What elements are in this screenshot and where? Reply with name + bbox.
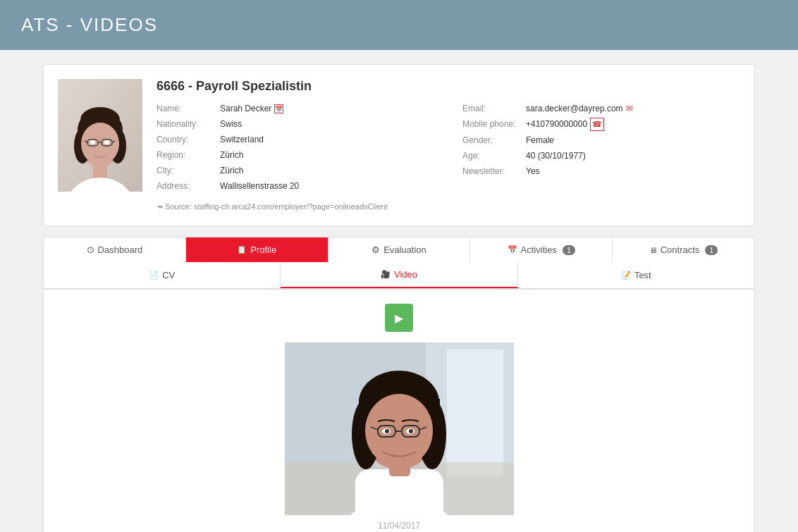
- age-row: Age: 40 (30/10/1977): [462, 149, 740, 162]
- nationality-value: Swiss: [220, 118, 242, 130]
- content-area: ▶: [43, 290, 755, 532]
- source-prefix: ↠ Source:: [156, 202, 192, 211]
- tab-contracts[interactable]: 🖥 Contracts 1: [613, 237, 754, 262]
- country-value: Switzerland: [220, 133, 264, 146]
- svg-point-16: [104, 140, 110, 144]
- video-icon: 🎥: [381, 270, 391, 279]
- tab-profile-label: Profile: [250, 245, 276, 255]
- cv-icon: 📄: [149, 271, 159, 280]
- app-title: ATS - VIDEOS: [21, 14, 158, 35]
- tab-test[interactable]: 📝 Test: [518, 262, 754, 288]
- address-label: Address:: [156, 180, 220, 192]
- info-col-left: Name: Sarah Decker 📅 Nationality: Swiss …: [156, 102, 434, 195]
- tab-video-label: Video: [394, 269, 417, 280]
- app-header: ATS - VIDEOS: [0, 0, 798, 50]
- tabs-primary: ⊙ Dashboard 📋 Profile ⚙ Evaluation 📅 Act…: [43, 237, 755, 262]
- mobile-value: +410790000000 ☎: [526, 118, 604, 131]
- activities-badge: 1: [563, 245, 575, 255]
- name-row: Name: Sarah Decker 📅: [156, 102, 434, 115]
- email-value: sara.decker@dayrep.com ✉: [526, 102, 633, 115]
- source-url: staffing-ch.arca24.com/employer/?page=on…: [194, 202, 388, 211]
- tab-cv-label: CV: [162, 270, 175, 280]
- name-label: Name:: [156, 102, 220, 115]
- name-value: Sarah Decker 📅: [220, 102, 283, 115]
- svg-point-15: [90, 140, 96, 144]
- phone-icon[interactable]: ☎: [590, 118, 604, 131]
- country-label: Country:: [156, 133, 220, 146]
- profile-card: 6666 - Payroll Spezialistin Name: Sarah …: [43, 64, 755, 226]
- tab-dashboard[interactable]: ⊙ Dashboard: [44, 237, 186, 262]
- region-row: Region: Zürich: [156, 149, 434, 161]
- email-row: Email: sara.decker@dayrep.com ✉: [462, 102, 740, 115]
- tab-cv[interactable]: 📄 CV: [44, 262, 281, 288]
- info-col-right: Email: sara.decker@dayrep.com ✉ Mobile p…: [462, 102, 740, 195]
- region-label: Region:: [156, 149, 220, 161]
- video-timestamp: 11/04/2017: [378, 521, 420, 531]
- mobile-row: Mobile phone: +410790000000 ☎: [462, 118, 740, 131]
- newsletter-row: Newsletter: Yes: [462, 165, 740, 178]
- mobile-label: Mobile phone:: [462, 118, 526, 131]
- nationality-label: Nationality:: [156, 118, 220, 130]
- profile-icon: 📋: [237, 245, 247, 254]
- age-label: Age:: [462, 149, 526, 162]
- country-row: Country: Switzerland: [156, 133, 434, 146]
- tab-profile[interactable]: 📋 Profile: [186, 237, 329, 262]
- address-value: Wallisellenstrasse 20: [220, 180, 299, 192]
- tab-activities-label: Activities: [521, 245, 557, 255]
- activities-icon: 📅: [508, 245, 517, 254]
- svg-rect-20: [447, 349, 503, 476]
- evaluation-icon: ⚙: [372, 245, 380, 255]
- tab-dashboard-label: Dashboard: [98, 245, 143, 255]
- dashboard-icon: ⊙: [87, 245, 94, 255]
- tab-evaluation-label: Evaluation: [383, 245, 426, 255]
- city-label: City:: [156, 164, 220, 177]
- profile-info: 6666 - Payroll Spezialistin Name: Sarah …: [156, 79, 740, 211]
- gender-label: Gender:: [462, 134, 526, 147]
- contracts-icon: 🖥: [649, 246, 657, 254]
- info-columns: Name: Sarah Decker 📅 Nationality: Swiss …: [156, 102, 740, 195]
- svg-point-9: [81, 123, 119, 165]
- calendar-icon[interactable]: 📅: [274, 104, 283, 113]
- play-button[interactable]: ▶: [385, 304, 413, 332]
- profile-title: 6666 - Payroll Spezialistin: [156, 79, 740, 94]
- email-icon[interactable]: ✉: [626, 102, 633, 115]
- newsletter-value: Yes: [526, 165, 540, 178]
- source-line: ↠ Source: staffing-ch.arca24.com/employe…: [156, 202, 740, 211]
- city-value: Zürich: [220, 164, 243, 177]
- contracts-badge: 1: [705, 245, 718, 255]
- region-value: Zürich: [220, 149, 243, 161]
- age-value: 40 (30/10/1977): [526, 149, 586, 162]
- city-row: City: Zürich: [156, 164, 434, 177]
- tab-video[interactable]: 🎥 Video: [281, 262, 517, 288]
- tab-contracts-label: Contracts: [661, 245, 700, 255]
- test-icon: 📝: [621, 271, 631, 280]
- video-thumbnail: [285, 342, 514, 515]
- address-row: Address: Wallisellenstrasse 20: [156, 180, 434, 192]
- tab-test-label: Test: [634, 270, 651, 280]
- nationality-row: Nationality: Swiss: [156, 118, 434, 130]
- gender-row: Gender: Female: [462, 134, 740, 147]
- profile-photo: [58, 79, 142, 192]
- email-label: Email:: [462, 102, 526, 115]
- gender-value: Female: [526, 134, 554, 147]
- svg-point-38: [385, 429, 389, 433]
- main-container: 6666 - Payroll Spezialistin Name: Sarah …: [29, 64, 769, 532]
- newsletter-label: Newsletter:: [462, 165, 526, 178]
- tab-evaluation[interactable]: ⚙ Evaluation: [329, 237, 471, 262]
- tabs-secondary: 📄 CV 🎥 Video 📝 Test: [43, 262, 755, 290]
- svg-point-39: [409, 429, 413, 433]
- tab-activities[interactable]: 📅 Activities 1: [470, 237, 613, 262]
